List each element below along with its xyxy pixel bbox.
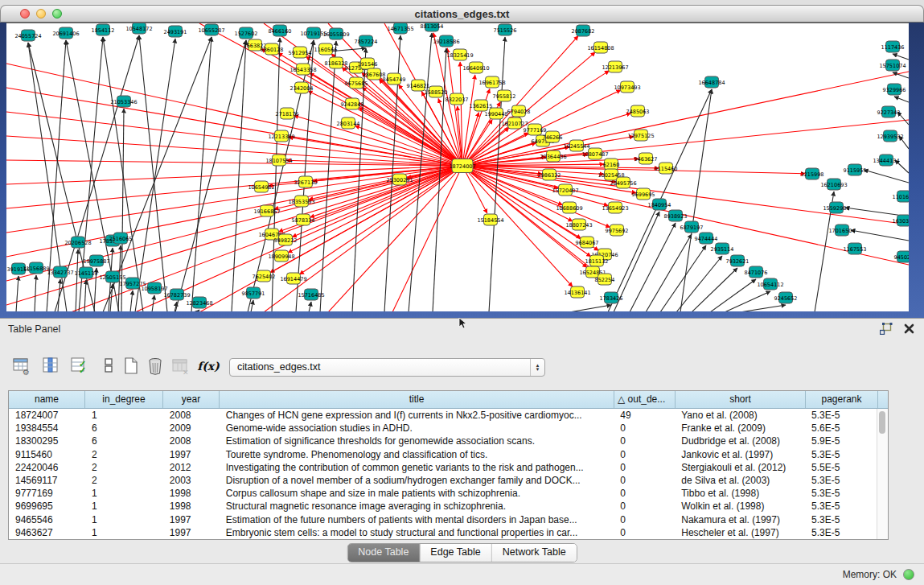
network-node[interactable]: 3215998 xyxy=(801,168,824,179)
network-node[interactable]: 12939532 xyxy=(877,130,903,142)
network-node[interactable]: 9699695 xyxy=(632,188,655,200)
network-node[interactable]: 7932621 xyxy=(726,255,749,266)
table-cell[interactable]: 1 xyxy=(85,500,163,513)
column-header-short[interactable]: short xyxy=(676,391,806,408)
network-node[interactable]: 1145139 xyxy=(75,267,98,278)
network-node[interactable]: 2803144 xyxy=(337,117,360,129)
table-cell[interactable]: Hescheler et al. (1997) xyxy=(675,526,805,539)
network-node[interactable]: 16961758 xyxy=(478,76,505,88)
network-node[interactable]: 9245652 xyxy=(774,292,798,303)
network-node[interactable]: 7515526 xyxy=(494,24,517,35)
network-node[interactable]: 1101654 xyxy=(893,191,909,202)
table-cell[interactable]: 5.3E-5 xyxy=(805,448,877,461)
delete-table-icon[interactable]: ✕ xyxy=(170,356,191,377)
network-node[interactable]: 10973493 xyxy=(614,81,640,93)
table-cell[interactable]: 2009 xyxy=(163,422,220,435)
network-graph[interactable]: 2405572420691406185411210548172249319110… xyxy=(6,23,909,311)
network-node[interactable]: 2493191 xyxy=(164,26,187,37)
network-node[interactable]: 9115460 xyxy=(655,163,678,174)
table-cell[interactable]: Genome-wide association studies in ADHD. xyxy=(220,422,614,435)
table-cell[interactable]: 1997 xyxy=(163,448,220,461)
table-cell[interactable]: 0 xyxy=(614,487,675,500)
table-cell[interactable]: 2012 xyxy=(163,461,220,474)
network-node[interactable]: 13654923 xyxy=(602,202,628,213)
table-cell[interactable]: Nakamura et al. (1997) xyxy=(675,513,805,526)
network-node[interactable]: 1362615 xyxy=(470,100,493,111)
network-node[interactable]: 19218586 xyxy=(433,35,459,47)
network-node[interactable]: 16648784 xyxy=(698,76,725,88)
network-node[interactable]: 2087682 xyxy=(572,25,595,36)
network-node[interactable]: 15720407 xyxy=(552,184,578,196)
column-header-in_degree[interactable]: in_degree xyxy=(85,391,163,408)
scrollbar-thumb[interactable] xyxy=(879,411,885,434)
network-node[interactable]: 3267130 xyxy=(294,176,318,187)
table-cell[interactable]: 5.3E-5 xyxy=(805,500,877,513)
table-cell[interactable]: 1998 xyxy=(163,500,220,513)
network-node[interactable]: 7485063 xyxy=(626,105,650,117)
table-cell[interactable]: Yano et al. (2008) xyxy=(675,409,805,422)
table-cell[interactable]: 5.5E-5 xyxy=(805,461,877,474)
table-cell[interactable]: 19384554 xyxy=(9,422,85,435)
network-node[interactable]: 852254 xyxy=(595,274,615,285)
table-cell[interactable]: 1997 xyxy=(163,513,220,526)
network-node[interactable]: 1527602 xyxy=(235,27,258,39)
table-row[interactable]: 1830029562008Estimation of significance … xyxy=(9,435,877,447)
float-panel-icon[interactable] xyxy=(880,323,893,335)
table-cell[interactable]: 9699695 xyxy=(9,500,85,513)
network-node[interactable]: 8938923 xyxy=(664,210,688,221)
table-cell[interactable]: 1997 xyxy=(163,526,220,539)
column-header-title[interactable]: title xyxy=(220,391,614,408)
table-cell[interactable]: 1 xyxy=(85,513,163,526)
function-builder-icon[interactable]: f(x) xyxy=(198,356,219,377)
network-node[interactable]: 945022 xyxy=(894,251,909,262)
network-node[interactable]: 1630315 xyxy=(893,215,909,226)
network-canvas[interactable]: 2405572420691406185411210548172249319110… xyxy=(6,23,909,311)
table-cell[interactable]: 5.3E-5 xyxy=(805,487,877,500)
network-node[interactable]: 12213389 xyxy=(268,130,294,142)
table-cell[interactable]: 49 xyxy=(614,409,675,422)
network-node[interactable]: 8471076 xyxy=(745,266,768,278)
table-cell[interactable]: Stergiakouli et al. (2012) xyxy=(675,461,805,474)
table-cell[interactable]: Structural magnetic resonance image aver… xyxy=(220,500,614,513)
network-node[interactable]: 10807487 xyxy=(581,148,608,159)
network-node[interactable]: 10655287 xyxy=(198,24,224,35)
network-node[interactable]: 16154808 xyxy=(587,42,614,53)
table-cell[interactable]: de Silva et al. (2003) xyxy=(675,474,805,487)
network-node[interactable]: 9474444 xyxy=(695,233,718,244)
network-node[interactable]: 21053346 xyxy=(110,96,137,107)
network-node[interactable]: 7857224 xyxy=(355,35,378,47)
table-cell[interactable]: 0 xyxy=(614,500,675,513)
network-node[interactable]: 8813054 xyxy=(421,23,444,31)
window-titlebar[interactable]: citations_edges.txt xyxy=(0,5,924,23)
network-node[interactable]: 12975125 xyxy=(627,130,654,141)
row-checks-icon[interactable]: ✓✓ xyxy=(69,356,90,377)
table-cell[interactable]: 9777169 xyxy=(9,487,85,500)
network-node[interactable]: 14671355 xyxy=(387,23,413,34)
table-cell[interactable]: 1 xyxy=(85,526,163,539)
network-node[interactable]: 17016504 xyxy=(828,225,855,236)
network-node[interactable]: 5912954 xyxy=(289,47,312,58)
network-node[interactable]: 13444134 xyxy=(873,154,899,166)
table-cell[interactable]: 1 xyxy=(85,487,163,500)
network-node[interactable]: 18107554 xyxy=(265,154,292,166)
table-cell[interactable]: Disruption of a novel member of a sodium… xyxy=(220,474,614,487)
network-node[interactable]: 18807243 xyxy=(565,219,592,230)
table-cell[interactable]: Jankovic et al. (1997) xyxy=(675,448,805,461)
table-cell[interactable]: Franke et al. (2009) xyxy=(675,422,805,435)
table-cell[interactable]: 14569117 xyxy=(9,474,85,487)
table-cell[interactable]: 5.3E-5 xyxy=(805,474,877,487)
close-panel-icon[interactable] xyxy=(904,323,914,334)
table-cell[interactable]: 2 xyxy=(85,474,163,487)
network-node[interactable]: 1840954 xyxy=(648,199,671,210)
network-node[interactable]: 191546 xyxy=(358,58,378,69)
table-cell[interactable]: 22420046 xyxy=(9,461,85,474)
network-node[interactable]: 20691406 xyxy=(52,27,79,39)
network-node[interactable]: 1167553 xyxy=(844,243,867,254)
table-cell[interactable]: Investigating the contribution of common… xyxy=(220,461,614,474)
network-node[interactable]: 9115955 xyxy=(844,164,867,175)
network-node[interactable]: 10654112 xyxy=(757,278,783,290)
network-node[interactable]: 7955812 xyxy=(493,90,516,101)
table-cell[interactable]: Estimation of significance thresholds fo… xyxy=(220,435,614,447)
split-rows-icon[interactable] xyxy=(98,356,119,377)
table-vertical-scrollbar[interactable] xyxy=(877,409,888,539)
